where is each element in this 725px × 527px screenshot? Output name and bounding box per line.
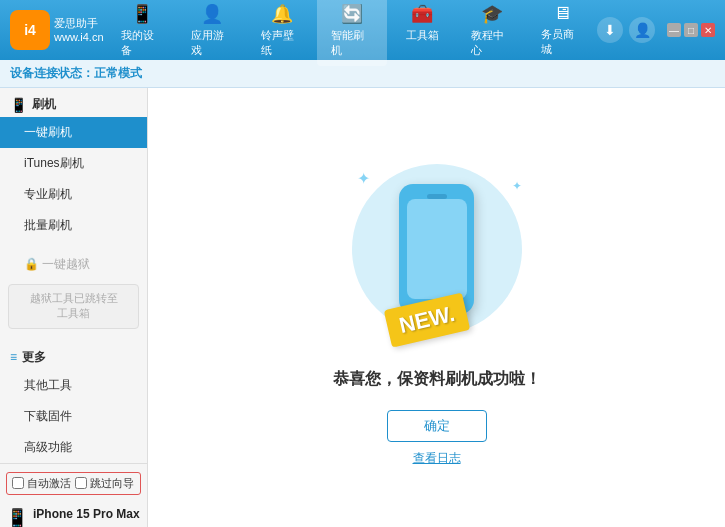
toolbox-icon: 🧰 [411,3,433,25]
sidebar-item-jailbreak: 🔒 一键越狱 [0,249,147,280]
phone-shape [399,184,474,314]
content-area: ✦ ✦ NEW. 恭喜您，保资料刷机成功啦！ 确定 查看日志 [148,88,725,527]
status-label: 设备连接状态： [10,65,94,82]
tab-my-device[interactable]: 📱 我的设备 [107,0,177,66]
tab-ringtones-label: 铃声壁纸 [261,28,303,58]
sidebar-item-other-tools[interactable]: 其他工具 [0,370,147,401]
tab-smart-flash[interactable]: 🔄 智能刷机 [317,0,387,66]
sidebar-item-batch-flash[interactable]: 批量刷机 [0,210,147,241]
tab-apps-games[interactable]: 👤 应用游戏 [177,0,247,66]
device-storage: 512GB [33,523,140,527]
guide-skip-input[interactable] [75,477,87,489]
window-controls: — □ ✕ [667,23,715,37]
status-value: 正常模式 [94,65,142,82]
smart-flash-icon: 🔄 [341,3,363,25]
topbar: i4 爱思助手 www.i4.cn 📱 我的设备 👤 应用游戏 🔔 铃声壁纸 🔄… [0,0,725,60]
tab-tutorial[interactable]: 🎓 教程中心 [457,0,527,66]
star-right-icon: ✦ [512,179,522,193]
tutorial-icon: 🎓 [481,3,503,25]
sidebar: 📱 刷机 一键刷机 iTunes刷机 专业刷机 批量刷机 🔒 一键越狱 越狱工具… [0,88,148,527]
tab-ringtones[interactable]: 🔔 铃声壁纸 [247,0,317,66]
sidebar-section-flash-label: 刷机 [32,96,56,113]
sidebar-item-onekey-flash[interactable]: 一键刷机 [0,117,147,148]
tab-business[interactable]: 🖥 务员商城 [527,0,597,66]
device-item: 📱 iPhone 15 Pro Max 512GB iPhone [6,501,141,527]
device-name: iPhone 15 Pro Max [33,505,140,523]
nav-tabs: 📱 我的设备 👤 应用游戏 🔔 铃声壁纸 🔄 智能刷机 🧰 工具箱 🎓 教程中心… [107,0,597,66]
new-text: NEW. [396,301,457,339]
confirm-button[interactable]: 确定 [387,410,487,442]
logo-text: 爱思助手 www.i4.cn [54,16,104,45]
phone-screen [407,199,467,299]
device-phone-icon: 📱 [6,507,28,527]
tab-tutorial-label: 教程中心 [471,28,513,58]
auto-options-row: 自动激活 跳过向导 [6,472,141,495]
sidebar-item-pro-flash[interactable]: 专业刷机 [0,179,147,210]
sidebar-item-itunes-flash[interactable]: iTunes刷机 [0,148,147,179]
star-left-icon: ✦ [357,169,370,188]
minimize-button[interactable]: — [667,23,681,37]
auto-activate-label: 自动激活 [27,476,71,491]
guide-skip-checkbox[interactable]: 跳过向导 [75,476,134,491]
tab-my-device-label: 我的设备 [121,28,163,58]
phone-notch [427,194,447,199]
more-section-icon: ≡ [10,350,17,364]
download-btn[interactable]: ⬇ [597,17,623,43]
sidebar-disabled-notice: 越狱工具已跳转至工具箱 [8,284,139,329]
sidebar-section-more-label: 更多 [22,349,46,366]
main-layout: 📱 刷机 一键刷机 iTunes刷机 专业刷机 批量刷机 🔒 一键越狱 越狱工具… [0,88,725,527]
auto-activate-input[interactable] [12,477,24,489]
maximize-button[interactable]: □ [684,23,698,37]
business-icon: 🖥 [553,3,571,24]
sidebar-section-more: ≡ 更多 [0,341,147,370]
apps-icon: 👤 [201,3,223,25]
flash-section-icon: 📱 [10,97,27,113]
sidebar-item-download-fw[interactable]: 下载固件 [0,401,147,432]
close-button[interactable]: ✕ [701,23,715,37]
my-device-icon: 📱 [131,3,153,25]
ringtones-icon: 🔔 [271,3,293,25]
user-btn[interactable]: 👤 [629,17,655,43]
tab-toolbox-label: 工具箱 [406,28,439,43]
tab-apps-label: 应用游戏 [191,28,233,58]
logo-icon: i4 [10,10,50,50]
sidebar-item-advanced[interactable]: 高级功能 [0,432,147,463]
device-info: iPhone 15 Pro Max 512GB iPhone [33,505,140,527]
auto-activate-checkbox[interactable]: 自动激活 [12,476,71,491]
guide-skip-label: 跳过向导 [90,476,134,491]
log-link[interactable]: 查看日志 [413,450,461,467]
jailbreak-lock-icon: 🔒 [24,257,39,271]
tab-smart-flash-label: 智能刷机 [331,28,373,58]
sidebar-section-flash: 📱 刷机 [0,88,147,117]
sidebar-bottom: 自动激活 跳过向导 📱 iPhone 15 Pro Max 512GB iPho… [0,463,147,527]
topbar-right: ⬇ 👤 — □ ✕ [597,17,715,43]
tab-toolbox[interactable]: 🧰 工具箱 [387,0,457,66]
phone-illustration: ✦ ✦ NEW. [337,149,537,349]
tab-business-label: 务员商城 [541,27,583,57]
logo-area: i4 爱思助手 www.i4.cn [10,10,107,50]
success-text: 恭喜您，保资料刷机成功啦！ [333,369,541,390]
